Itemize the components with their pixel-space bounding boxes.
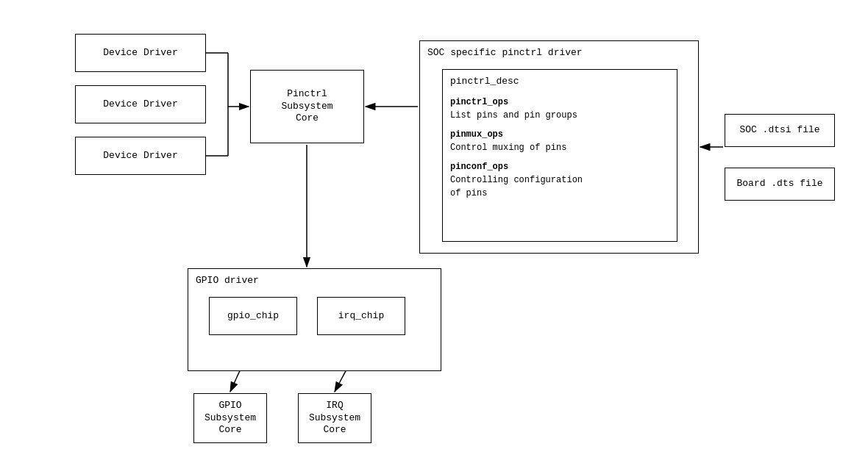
pinmux-ops-title: pinmux_ops — [450, 128, 583, 141]
pinctrl-ops-title: pinctrl_ops — [450, 96, 583, 109]
pinctrl-ops-desc: List pins and pin groups — [450, 109, 583, 122]
device-driver-2: Device Driver — [75, 85, 206, 123]
gpio-chip-box: gpio_chip — [209, 297, 297, 335]
gpio-driver-label: GPIO driver — [196, 275, 259, 286]
pinmux-ops-desc: Control muxing of pins — [450, 141, 583, 154]
soc-container: SOC specific pinctrl driver pinctrl_desc… — [419, 40, 699, 254]
pinconf-ops-title: pinconf_ops — [450, 160, 583, 173]
pinctrl-subsystem-core: PinctrlSubsystemCore — [250, 70, 364, 143]
device-driver-3: Device Driver — [75, 137, 206, 175]
gpio-driver-container: GPIO driver gpio_chip irq_chip — [188, 268, 441, 371]
soc-dtsi-file: SOC .dtsi file — [725, 114, 835, 147]
irq-chip-box: irq_chip — [317, 297, 405, 335]
pinctrl-desc-label: pinctrl_desc — [450, 76, 519, 87]
irq-subsystem-core: IRQSubsystemCore — [298, 393, 371, 443]
diagram: Device Driver Device Driver Device Drive… — [0, 0, 868, 463]
soc-container-label: SOC specific pinctrl driver — [427, 47, 583, 58]
pinctrl-desc-box: pinctrl_desc pinctrl_ops List pins and p… — [442, 69, 677, 242]
board-dts-file: Board .dts file — [725, 168, 835, 201]
device-driver-1: Device Driver — [75, 34, 206, 72]
gpio-subsystem-core: GPIOSubsystemCore — [193, 393, 267, 443]
pinconf-ops-desc: Controlling configurationof pins — [450, 173, 583, 200]
